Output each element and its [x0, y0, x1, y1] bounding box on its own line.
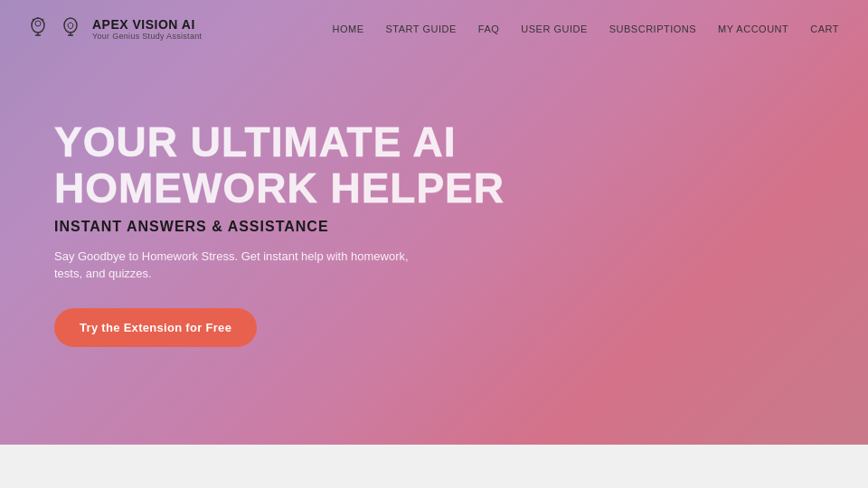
- footer-strip: [0, 445, 868, 488]
- logo-text-area: APEX VISION AI Your Genius Study Assista…: [92, 17, 202, 42]
- nav-link-user-guide[interactable]: USER GUIDE: [521, 23, 587, 34]
- nav-links: HOME START GUIDE FAQ USER GUIDE SUBSCRIP…: [333, 23, 839, 34]
- nav-link-start-guide[interactable]: START GUIDE: [386, 23, 457, 34]
- nav-link-home[interactable]: HOME: [333, 23, 364, 34]
- nav-link-my-account[interactable]: MY ACCOUNT: [718, 23, 788, 34]
- logo-subtitle: Your Genius Study Assistant: [92, 32, 202, 41]
- hero-content: YOUR ULTIMATE AI HOMEWORK HELPER INSTANT…: [0, 58, 868, 445]
- svg-point-3: [35, 21, 41, 26]
- hero-description: Say Goodbye to Homework Stress. Get inst…: [54, 248, 434, 283]
- svg-point-7: [64, 18, 77, 33]
- hero-subtitle: INSTANT ANSWERS & ASSISTANCE: [54, 219, 814, 235]
- hero-section: APEX VISION AI Your Genius Study Assista…: [0, 0, 868, 445]
- hero-title-line1: YOUR ULTIMATE AI: [54, 119, 814, 165]
- logo-icons: [29, 16, 83, 42]
- hero-main-title: YOUR ULTIMATE AI HOMEWORK HELPER: [54, 119, 814, 211]
- nav-link-cart[interactable]: CART: [810, 23, 839, 34]
- nav-link-faq[interactable]: FAQ: [478, 23, 500, 34]
- logo-title: APEX VISION AI: [92, 17, 202, 33]
- nav-link-subscriptions[interactable]: SUBSCRIPTIONS: [609, 23, 696, 34]
- logo-icon-2: [58, 16, 83, 42]
- navbar: APEX VISION AI Your Genius Study Assista…: [0, 0, 868, 58]
- logo-icon-1: [29, 16, 54, 42]
- cta-button[interactable]: Try the Extension for Free: [54, 308, 257, 347]
- page-wrapper: APEX VISION AI Your Genius Study Assista…: [0, 0, 868, 488]
- logo-area: APEX VISION AI Your Genius Study Assista…: [29, 16, 202, 42]
- hero-title-line2: HOMEWORK HELPER: [54, 165, 814, 211]
